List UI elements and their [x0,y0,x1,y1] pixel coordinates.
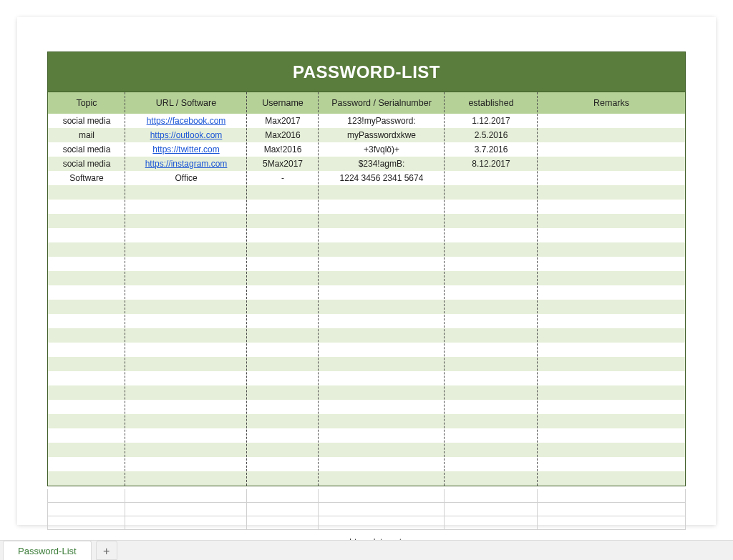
table-cell[interactable]: 2.5.2016 [445,128,538,142]
table-cell[interactable] [445,385,538,400]
table-cell[interactable] [538,200,685,214]
table-cell[interactable] [445,171,538,185]
table-cell[interactable] [125,257,247,271]
table-cell[interactable] [125,414,247,428]
table-cell[interactable] [125,328,247,343]
table-cell[interactable] [319,343,445,357]
table-cell[interactable] [538,171,685,185]
sheet-cell[interactable] [445,489,538,502]
table-cell[interactable] [445,271,538,285]
table-cell[interactable] [125,457,247,471]
table-cell[interactable]: Max2016 [247,128,319,142]
url-link[interactable]: https://outlook.com [150,130,223,140]
table-cell[interactable] [48,242,125,257]
table-cell[interactable] [445,414,538,428]
table-cell[interactable]: 3.7.2016 [445,142,538,157]
table-cell[interactable] [48,357,125,371]
table-cell[interactable] [247,357,319,371]
table-cell[interactable] [247,400,319,414]
table-cell[interactable] [538,385,685,400]
table-cell[interactable] [125,443,247,457]
table-cell[interactable] [538,471,685,486]
table-cell[interactable] [319,214,445,228]
table-cell[interactable] [125,185,247,200]
table-cell[interactable] [538,271,685,285]
table-cell[interactable] [48,328,125,343]
table-cell[interactable] [247,314,319,328]
table-cell[interactable] [538,357,685,371]
table-cell[interactable] [125,357,247,371]
table-cell[interactable] [247,457,319,471]
table-cell[interactable]: Max!2016 [247,142,319,157]
sheet-cell[interactable] [319,503,445,516]
table-cell[interactable] [445,457,538,471]
table-cell[interactable] [48,371,125,385]
table-cell[interactable]: 1224 3456 2341 5674 [319,171,445,185]
table-cell[interactable] [538,114,685,128]
table-cell[interactable] [445,400,538,414]
table-cell[interactable] [319,314,445,328]
table-cell[interactable] [445,343,538,357]
table-cell[interactable]: +3fvqlö)+ [319,142,445,157]
table-cell[interactable] [538,157,685,171]
table-cell[interactable] [48,285,125,300]
table-cell[interactable] [538,142,685,157]
table-cell[interactable]: https://instagram.com [125,157,247,171]
table-cell[interactable] [538,214,685,228]
table-cell[interactable] [319,400,445,414]
sheet-tab-active[interactable]: Password-List [3,541,92,560]
table-cell[interactable]: myPasswordxkwe [319,128,445,142]
table-cell[interactable] [319,271,445,285]
sheet-cell[interactable] [48,503,125,516]
table-cell[interactable] [48,200,125,214]
table-cell[interactable] [445,228,538,242]
table-cell[interactable] [538,300,685,314]
table-cell[interactable] [445,214,538,228]
table-cell[interactable] [247,385,319,400]
table-cell[interactable] [247,200,319,214]
table-cell[interactable]: $234!agmB: [319,157,445,171]
table-cell[interactable] [319,385,445,400]
sheet-cell[interactable] [247,503,319,516]
table-cell[interactable] [48,414,125,428]
table-cell[interactable] [445,285,538,300]
table-cell[interactable] [125,271,247,285]
sheet-cell[interactable] [538,489,685,502]
table-cell[interactable] [48,257,125,271]
table-cell[interactable] [319,300,445,314]
table-cell[interactable] [538,228,685,242]
table-cell[interactable] [445,428,538,443]
table-cell[interactable] [125,200,247,214]
table-cell[interactable]: social media [48,157,125,171]
table-cell[interactable]: 123!myPassword: [319,114,445,128]
table-cell[interactable] [247,300,319,314]
table-cell[interactable] [538,371,685,385]
table-cell[interactable] [125,471,247,486]
table-cell[interactable] [319,357,445,371]
table-cell[interactable]: https://twitter.com [125,142,247,157]
sheet-cell[interactable] [538,516,685,529]
table-cell[interactable] [48,300,125,314]
table-cell[interactable]: social media [48,114,125,128]
table-cell[interactable] [445,443,538,457]
table-cell[interactable] [247,343,319,357]
table-cell[interactable] [125,385,247,400]
table-cell[interactable]: mail [48,128,125,142]
table-cell[interactable] [445,200,538,214]
sheet-cell[interactable] [538,503,685,516]
table-cell[interactable] [538,400,685,414]
table-cell[interactable] [48,271,125,285]
sheet-cell[interactable] [125,489,247,502]
sheet-cell[interactable] [247,489,319,502]
table-cell[interactable] [538,314,685,328]
table-cell[interactable] [319,457,445,471]
table-cell[interactable] [247,271,319,285]
table-cell[interactable] [247,328,319,343]
table-cell[interactable] [319,257,445,271]
table-cell[interactable] [125,400,247,414]
table-cell[interactable] [319,414,445,428]
table-cell[interactable] [48,457,125,471]
sheet-cell[interactable] [125,503,247,516]
table-cell[interactable] [538,128,685,142]
table-cell[interactable]: social media [48,142,125,157]
